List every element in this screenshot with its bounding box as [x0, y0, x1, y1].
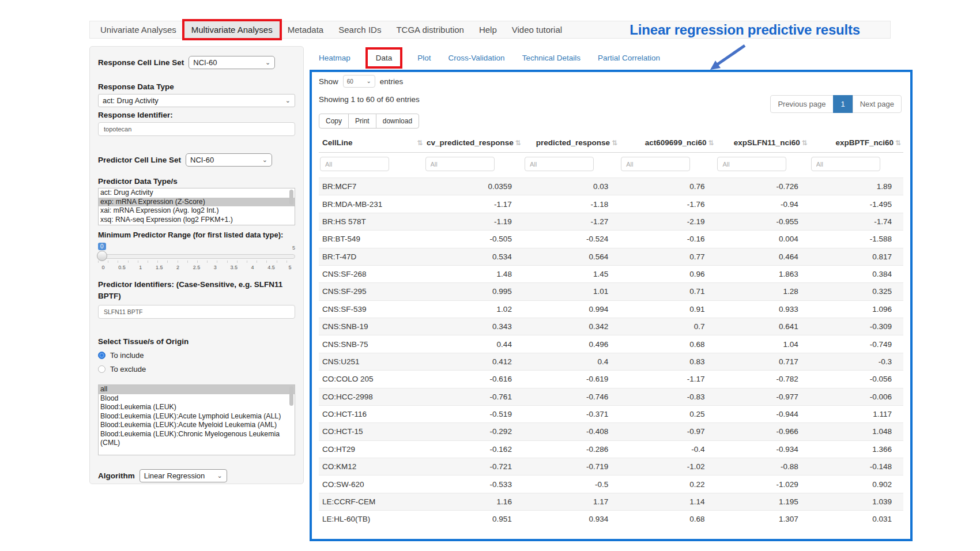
- tab-cross-validation[interactable]: Cross-Validation: [448, 54, 505, 62]
- predictor-data-types-listbox[interactable]: act: Drug Activityexp: mRNA Expression (…: [98, 188, 295, 225]
- value-cell: 1.02: [424, 300, 523, 318]
- listbox-option-exp-mrna-expression-z-score[interactable]: exp: mRNA Expression (Z-Score): [99, 198, 295, 207]
- print-button[interactable]: Print: [348, 114, 376, 129]
- listbox-option-xai-mrna-expression-avg-log2-int[interactable]: xai: mRNA Expression (Avg. log2 Int.): [99, 206, 295, 216]
- table-row: CNS:SNB-190.3430.3420.70.641-0.309: [319, 318, 903, 335]
- column-header-cv-predicted-response[interactable]: cv_predicted_response⇅: [424, 133, 523, 153]
- tab-data[interactable]: Data: [368, 50, 401, 66]
- value-cell: -2.19: [620, 213, 716, 230]
- table-row: BR:T-47D0.5340.5640.770.4640.817: [319, 248, 903, 265]
- predictor-cell-line-set-value: NCI-60: [190, 156, 214, 164]
- download-button[interactable]: download: [376, 114, 419, 129]
- column-header-cellline[interactable]: CellLine⇅: [319, 133, 424, 153]
- table-row: CNS:SF-2681.481.450.961.8630.384: [319, 265, 903, 282]
- radio-unselected-icon: [98, 365, 105, 373]
- column-header-predicted-response[interactable]: predicted_response⇅: [523, 133, 620, 153]
- tab-partial-correlation[interactable]: Partial Correlation: [598, 54, 660, 62]
- table-row: LE:HL-60(TB)0.9510.9340.681.3070.031: [319, 511, 903, 528]
- value-cell: 1.307: [716, 511, 809, 528]
- table-row: CO:HT29-0.162-0.286-0.4-0.9341.366: [319, 440, 903, 458]
- listbox-option-xsq-rna-seq-expression-log2-fpkm-1[interactable]: xsq: RNA-seq Expression (log2 FPKM+1.): [99, 216, 295, 225]
- column-filter-input-expbptf-nci60[interactable]: [811, 157, 880, 171]
- value-cell: 1.366: [810, 440, 903, 458]
- response-data-type-select[interactable]: act: Drug Activity ⌄: [98, 94, 295, 107]
- scrollbar-thumb[interactable]: [289, 386, 293, 406]
- entries-label: entries: [380, 77, 404, 86]
- copy-button[interactable]: Copy: [319, 114, 349, 129]
- column-header-expbptf-nci60[interactable]: expBPTF_nci60⇅: [810, 133, 903, 153]
- annotation-text: Linear regression predictive results: [616, 22, 860, 38]
- radio-to-include[interactable]: To include: [98, 351, 295, 360]
- tab-heatmap[interactable]: Heatmap: [319, 54, 350, 62]
- column-header-label: cv_predicted_response: [427, 138, 514, 147]
- filter-cell: [716, 153, 809, 178]
- value-cell: -1.76: [620, 195, 716, 213]
- value-cell: 0.564: [523, 248, 620, 265]
- previous-page-button[interactable]: Previous page: [770, 95, 833, 113]
- page-size-select[interactable]: 60 ⌄: [343, 75, 375, 88]
- radio-to-exclude[interactable]: To exclude: [98, 365, 295, 373]
- column-filter-input-cellline[interactable]: [320, 157, 389, 171]
- response-identifier-input[interactable]: [98, 122, 295, 136]
- listbox-option-blood-leukemia-leuk-chronic-myelogenous-leukemia-cml[interactable]: Blood:Leukemia (LEUK):Chronic Myelogenou…: [99, 430, 295, 448]
- value-cell: -0.286: [523, 440, 620, 458]
- response-data-type-label: Response Data Type: [98, 82, 295, 91]
- response-cell-line-set-select[interactable]: NCI-60 ⌄: [189, 56, 275, 69]
- listbox-option-blood[interactable]: Blood: [99, 394, 295, 403]
- table-header-row: CellLine⇅cv_predicted_response⇅predicted…: [319, 133, 903, 153]
- next-page-button[interactable]: Next page: [853, 95, 902, 113]
- value-cell: 1.17: [523, 493, 620, 510]
- value-cell: 0.77: [620, 248, 716, 265]
- filter-cell: [810, 153, 903, 178]
- value-cell: 0.031: [810, 511, 903, 528]
- value-cell: 0.342: [523, 318, 620, 335]
- listbox-option-all[interactable]: all: [99, 385, 295, 394]
- cell-line-cell: CO:HCT-116: [319, 405, 424, 422]
- nav-item-multivariate-analyses[interactable]: Multivariate Analyses: [184, 21, 280, 38]
- nav-item-video-tutorial[interactable]: Video tutorial: [505, 21, 569, 38]
- value-cell: 0.933: [716, 300, 809, 318]
- slider-tick-4: 4: [247, 265, 258, 270]
- value-cell: 0.496: [523, 335, 620, 353]
- column-filter-input-expslfn11-nci60[interactable]: [717, 157, 786, 171]
- column-header-label: expBPTF_nci60: [835, 138, 894, 147]
- predictor-identifiers-input[interactable]: [98, 305, 295, 319]
- predictor-range-slider-handle[interactable]: [97, 251, 107, 261]
- listbox-option-blood-leukemia-leuk[interactable]: Blood:Leukemia (LEUK): [99, 403, 295, 412]
- value-cell: 0.71: [620, 283, 716, 300]
- nav-item-search-ids[interactable]: Search IDs: [331, 21, 388, 38]
- cell-line-cell: CNS:SF-539: [319, 300, 424, 318]
- nav-item-metadata[interactable]: Metadata: [281, 21, 331, 38]
- column-header-expslfn11-nci60[interactable]: expSLFN11_nci60⇅: [716, 133, 809, 153]
- column-filter-input-act609699-nci60[interactable]: [621, 157, 690, 171]
- scrollbar-thumb[interactable]: [289, 190, 293, 205]
- column-filter-input-predicted-response[interactable]: [525, 157, 594, 171]
- listbox-option-blood-leukemia-leuk-acute-myeloid-leukemia-aml[interactable]: Blood:Leukemia (LEUK):Acute Myeloid Leuk…: [99, 421, 295, 430]
- slider-tick-1-5: 1.5: [154, 265, 164, 270]
- column-header-label: predicted_response: [536, 138, 610, 147]
- sort-icon: ⇅: [417, 139, 423, 147]
- column-header-act609699-nci60[interactable]: act609699_nci60⇅: [620, 133, 716, 153]
- value-cell: 0.25: [620, 405, 716, 422]
- value-cell: 0.4: [523, 353, 620, 370]
- algorithm-select[interactable]: Linear Regression ⌄: [140, 469, 227, 482]
- nav-item-tcga-distribution[interactable]: TCGA distribution: [389, 21, 471, 38]
- tab-plot[interactable]: Plot: [417, 54, 431, 62]
- listbox-option-blood-leukemia-leuk-acute-lymphoid-leukemia-all[interactable]: Blood:Leukemia (LEUK):Acute Lymphoid Leu…: [99, 412, 295, 421]
- value-cell: 0.995: [424, 283, 523, 300]
- nav-item-univariate-analyses[interactable]: Univariate Analyses: [93, 21, 183, 38]
- page-number-button[interactable]: 1: [833, 95, 853, 113]
- listbox-option-act-drug-activity[interactable]: act: Drug Activity: [99, 188, 295, 198]
- cell-line-cell: BR:BT-549: [319, 231, 424, 248]
- data-panel: Show 60 ⌄ entries Showing 1 to 60 of 60 …: [310, 70, 913, 541]
- column-filter-input-cv-predicted-response[interactable]: [425, 157, 495, 171]
- nav-item-help[interactable]: Help: [472, 21, 504, 38]
- predictor-cell-line-set-select[interactable]: NCI-60 ⌄: [186, 153, 272, 167]
- value-cell: 1.039: [810, 493, 903, 510]
- value-cell: 0.96: [620, 265, 716, 282]
- chevron-down-icon: ⌄: [262, 157, 267, 163]
- value-cell: -0.162: [424, 440, 523, 458]
- tab-technical-details[interactable]: Technical Details: [522, 54, 581, 62]
- tissue-listbox[interactable]: allBloodBlood:Leukemia (LEUK)Blood:Leuke…: [98, 384, 295, 455]
- filter-cell: [620, 153, 716, 178]
